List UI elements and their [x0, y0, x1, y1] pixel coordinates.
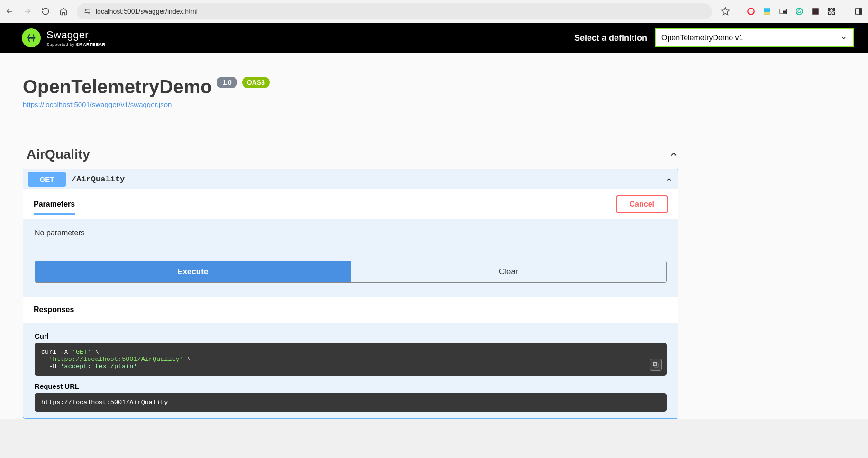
extension-icon-dark[interactable] [811, 7, 820, 16]
parameters-tab[interactable]: Parameters [34, 200, 75, 215]
brand-name: Swagger [46, 29, 89, 41]
svg-rect-8 [812, 8, 819, 15]
browser-right-icons [721, 6, 863, 17]
http-path: /AirQuality [72, 175, 125, 184]
cancel-button[interactable]: Cancel [616, 195, 668, 213]
swagger-brand-text: Swagger. Supported by SMARTBEAR [46, 29, 106, 46]
svg-point-13 [32, 37, 33, 38]
svg-point-7 [796, 8, 803, 15]
svg-rect-6 [783, 11, 786, 13]
spec-url-link[interactable]: https://localhost:5001/swagger/v1/swagge… [23, 100, 172, 108]
parameters-header: Parameters Cancel [23, 189, 678, 219]
tag-airquality[interactable]: AirQuality [23, 142, 678, 167]
chevron-down-icon [841, 35, 847, 41]
svg-rect-10 [859, 9, 862, 14]
home-button[interactable] [59, 7, 68, 16]
sidepanel-icon[interactable] [854, 7, 863, 16]
no-parameters-text: No parameters [35, 229, 667, 237]
execute-button[interactable]: Execute [35, 261, 351, 282]
curl-label: Curl [35, 332, 667, 340]
select-definition-label: Select a definition [574, 33, 647, 43]
address-bar[interactable]: localhost:5001/swagger/index.html [77, 3, 712, 19]
topbar-right: Select a definition OpenTelemetryDemo v1 [574, 28, 854, 47]
browser-chrome: localhost:5001/swagger/index.html [0, 0, 868, 23]
clear-button[interactable]: Clear [351, 261, 667, 282]
tag-name: AirQuality [23, 147, 90, 162]
version-badge: 1.0 [217, 77, 237, 88]
svg-rect-4 [764, 12, 770, 15]
chevron-up-icon [665, 175, 673, 184]
chevron-up-icon [669, 150, 678, 159]
execute-row: Execute Clear [35, 261, 667, 283]
svg-point-0 [85, 9, 86, 11]
request-url-label: Request URL [35, 382, 667, 390]
http-method: GET [28, 172, 66, 187]
curl-codebox: curl -X 'GET' \ 'https://localhost:5001/… [35, 343, 667, 376]
separator [845, 6, 845, 17]
api-header: OpenTelemetryDemo 1.0 OAS3 [23, 76, 678, 98]
request-url-codebox: https://localhost:5001/AirQuality [35, 393, 667, 412]
definition-select[interactable]: OpenTelemetryDemo v1 [655, 28, 854, 47]
svg-point-12 [31, 37, 32, 38]
operation-summary[interactable]: GET /AirQuality [23, 169, 678, 189]
extension-icon-pip[interactable] [778, 7, 788, 16]
api-title: OpenTelemetryDemo [23, 76, 212, 98]
url-text: localhost:5001/swagger/index.html [96, 8, 198, 15]
extension-icon-blue[interactable] [762, 7, 772, 16]
bookmark-star-icon[interactable] [721, 7, 730, 16]
copy-curl-button[interactable] [650, 359, 662, 371]
parameters-body: No parameters Execute Clear [23, 219, 678, 297]
swagger-brand[interactable]: Swagger. Supported by SMARTBEAR [22, 28, 106, 47]
svg-point-2 [748, 8, 754, 15]
nav-buttons [5, 7, 68, 16]
extension-icon-grammarly[interactable] [795, 7, 804, 16]
responses-header: Responses [23, 297, 678, 323]
page-body: OpenTelemetryDemo 1.0 OAS3 https://local… [0, 53, 868, 419]
swagger-logo-icon [22, 28, 41, 47]
definition-selected: OpenTelemetryDemo v1 [661, 34, 743, 42]
extension-icon-opera[interactable] [746, 7, 756, 16]
oas-badge: OAS3 [242, 77, 270, 88]
reload-button[interactable] [41, 7, 50, 16]
forward-button[interactable] [23, 7, 32, 16]
extensions-puzzle-icon[interactable] [827, 7, 836, 16]
site-settings-icon[interactable] [82, 7, 92, 16]
back-button[interactable] [5, 7, 14, 16]
svg-point-1 [88, 12, 90, 13]
curl-section: Curl curl -X 'GET' \ 'https://localhost:… [23, 323, 678, 412]
operation-get-airquality: GET /AirQuality Parameters Cancel No par… [23, 169, 678, 419]
svg-point-11 [29, 37, 30, 38]
swagger-topbar: Swagger. Supported by SMARTBEAR Select a… [0, 23, 868, 53]
